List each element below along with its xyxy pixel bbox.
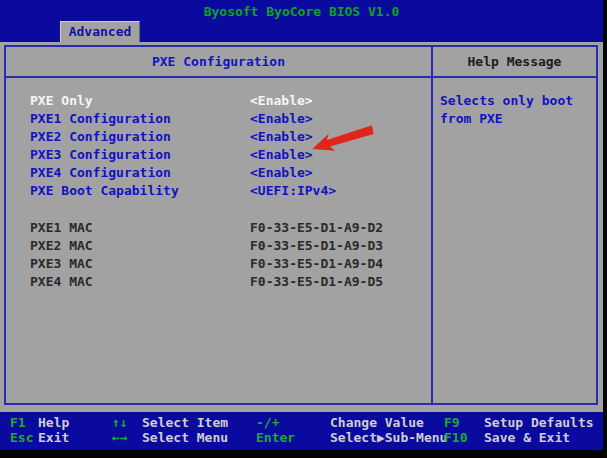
hotkey-action: Setup Defaults [484, 416, 594, 430]
option-label: PXE1 Configuration [30, 110, 171, 128]
hotkey-action: Exit [38, 431, 69, 445]
mac-label: PXE2 MAC [30, 237, 93, 255]
hotkey-exit: Esc Exit [10, 431, 69, 445]
hotkey-action: Select Menu [142, 431, 228, 445]
title-bar: Byosoft ByoCore BIOS V1.0 Advanced [0, 0, 603, 42]
option-value: <UEFI:IPv4> [250, 182, 336, 200]
hotkey-action: Change Value [330, 416, 424, 430]
hotkey-bar: F1 Help ↑↓ Select Item -/+ Change Value … [0, 412, 603, 450]
hotkey-select-submenu: Enter Select▶Sub-Menu [256, 431, 447, 445]
main-area: PXE Configuration Help Message PXE Only … [0, 42, 603, 412]
mac-label: PXE3 MAC [30, 255, 93, 273]
bottom-black-strip [0, 450, 607, 458]
mac-row-pxe4: PXE4 MAC F0-33-E5-D1-A9-D5 [6, 273, 431, 291]
option-pxe-boot-capability[interactable]: PXE Boot Capability <UEFI:IPv4> [6, 182, 431, 200]
mac-value: F0-33-E5-D1-A9-D3 [250, 237, 383, 255]
hotkey-help: F1 Help [10, 416, 69, 430]
key-minus-plus: -/+ [256, 416, 330, 430]
option-value: <Enable> [250, 110, 313, 128]
mac-list: PXE1 MAC F0-33-E5-D1-A9-D2 PXE2 MAC F0-3… [6, 219, 431, 291]
option-label: PXE4 Configuration [30, 164, 171, 182]
option-value: <Enable> [250, 92, 313, 110]
panel-box: PXE Configuration Help Message PXE Only … [4, 45, 598, 405]
leftright-arrows-icon: ←→ [112, 431, 142, 445]
mac-row-pxe3: PXE3 MAC F0-33-E5-D1-A9-D4 [6, 255, 431, 273]
option-label: PXE Boot Capability [30, 182, 179, 200]
hotkey-action: Select Item [142, 416, 228, 430]
help-message: Selects only boot from PXE [440, 92, 596, 128]
option-pxe3-config[interactable]: PXE3 Configuration <Enable> [6, 146, 431, 164]
bios-title: Byosoft ByoCore BIOS V1.0 [0, 4, 603, 19]
key-f9: F9 [444, 416, 484, 430]
bios-screen: Byosoft ByoCore BIOS V1.0 Advanced PXE C… [0, 0, 607, 458]
mac-value: F0-33-E5-D1-A9-D4 [250, 255, 383, 273]
hotkey-select-menu: ←→ Select Menu [112, 431, 228, 445]
mac-label: PXE4 MAC [30, 273, 93, 291]
hotkey-action: Help [38, 416, 69, 430]
mac-value: F0-33-E5-D1-A9-D5 [250, 273, 383, 291]
tab-advanced[interactable]: Advanced [60, 21, 140, 42]
option-label: PXE Only [30, 92, 93, 110]
mac-row-pxe2: PXE2 MAC F0-33-E5-D1-A9-D3 [6, 237, 431, 255]
mac-label: PXE1 MAC [30, 219, 93, 237]
hotkey-setup-defaults: F9 Setup Defaults [444, 416, 594, 430]
help-column: Selects only boot from PXE [433, 80, 596, 403]
option-label: PXE3 Configuration [30, 146, 171, 164]
help-title: Help Message [433, 47, 596, 76]
option-value: <Enable> [250, 164, 313, 182]
hotkey-select-item: ↑↓ Select Item [112, 416, 228, 430]
key-esc: Esc [10, 431, 38, 445]
page-title: PXE Configuration [6, 47, 431, 76]
mac-value: F0-33-E5-D1-A9-D2 [250, 219, 383, 237]
hotkey-change-value: -/+ Change Value [256, 416, 424, 430]
right-black-edge [603, 0, 607, 458]
hotkey-action: Select▶Sub-Menu [330, 431, 447, 445]
key-f1: F1 [10, 416, 38, 430]
panel-header: PXE Configuration Help Message [6, 47, 596, 78]
hotkey-row-1: F1 Help ↑↓ Select Item -/+ Change Value … [0, 416, 603, 430]
key-enter: Enter [256, 431, 330, 445]
hotkey-action: Save & Exit [484, 431, 570, 445]
option-value: <Enable> [250, 146, 313, 164]
key-f10: F10 [444, 431, 484, 445]
option-label: PXE2 Configuration [30, 128, 171, 146]
option-value: <Enable> [250, 128, 313, 146]
hotkey-row-2: Esc Exit ←→ Select Menu Enter Select▶Sub… [0, 431, 603, 445]
option-pxe-only[interactable]: PXE Only <Enable> [6, 92, 431, 110]
hotkey-save-exit: F10 Save & Exit [444, 431, 570, 445]
updown-arrows-icon: ↑↓ [112, 416, 142, 430]
mac-row-pxe1: PXE1 MAC F0-33-E5-D1-A9-D2 [6, 219, 431, 237]
option-pxe4-config[interactable]: PXE4 Configuration <Enable> [6, 164, 431, 182]
